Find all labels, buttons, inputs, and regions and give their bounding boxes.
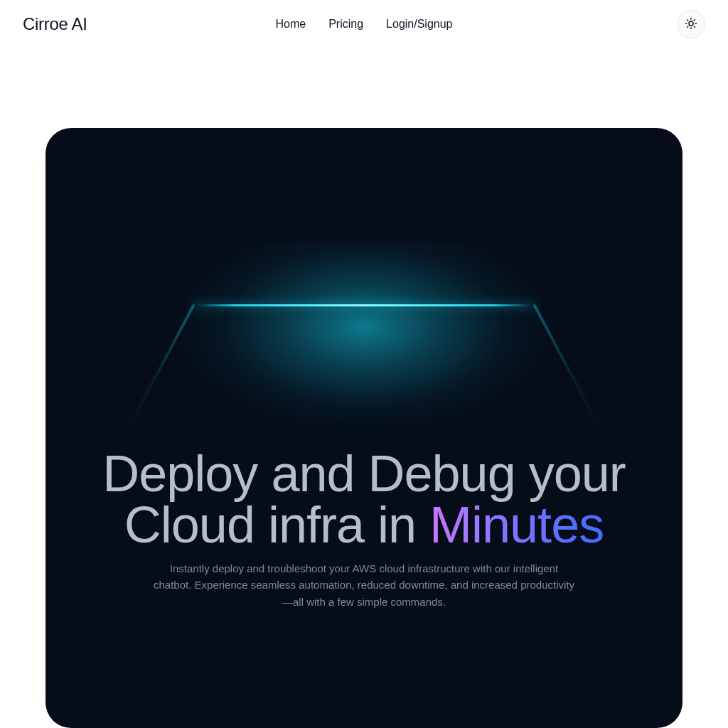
brand-logo[interactable]: Cirroe AI	[23, 14, 87, 34]
header: Cirroe AI Home Pricing Login/Signup	[0, 0, 728, 48]
theme-toggle-button[interactable]	[677, 10, 705, 38]
hero-card: Deploy and Debug your Cloud infra in Min…	[46, 128, 682, 728]
hero-headline: Deploy and Debug your Cloud infra in Min…	[46, 448, 682, 550]
svg-line-7	[687, 26, 688, 27]
top-nav: Home Pricing Login/Signup	[275, 18, 452, 31]
svg-point-0	[689, 21, 693, 26]
svg-line-3	[687, 19, 688, 20]
hero-headline-gradient: Minutes	[429, 496, 604, 553]
nav-login[interactable]: Login/Signup	[386, 18, 452, 31]
sun-icon	[685, 17, 697, 32]
hero-subtitle: Instantly deploy and troubleshoot your A…	[151, 560, 577, 610]
svg-line-8	[694, 19, 695, 20]
nav-home[interactable]: Home	[275, 18, 306, 31]
nav-pricing[interactable]: Pricing	[328, 18, 363, 31]
svg-line-4	[694, 26, 695, 27]
hero-glow-graphic	[46, 149, 682, 491]
